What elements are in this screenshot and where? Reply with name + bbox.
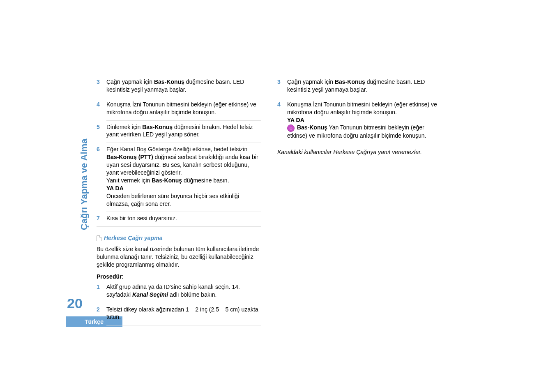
- step-number: 3: [97, 78, 102, 94]
- step-text: Konuşma İzni Tonunun bitmesini bekleyin …: [287, 101, 442, 140]
- proc-step-2: 2 Telsizi dikey olarak ağzınızdan 1 – 2 …: [97, 306, 261, 321]
- step-number: 4: [277, 101, 283, 140]
- smile-icon: ☺: [287, 125, 295, 132]
- step-text: Çağrı yapmak için Bas-Konuş düğmesine ba…: [106, 78, 261, 94]
- procedure-label: Prosedür:: [97, 273, 261, 281]
- separator: [287, 98, 442, 98]
- step-number: 1: [97, 283, 102, 299]
- step-text: Eğer Kanal Boş Gösterge özelliği etkinse…: [106, 145, 261, 208]
- step-text: Konuşma İzni Tonunun bitmesini bekleyin …: [106, 101, 261, 116]
- step-3: 3 Çağrı yapmak için Bas-Konuş düğmesine …: [97, 78, 261, 94]
- step-7: 7 Kısa bir ton sesi duyarsınız.: [97, 214, 261, 222]
- separator: [277, 144, 442, 144]
- step-number: 6: [97, 145, 102, 208]
- step-text: Kısa bir ton sesi duyarsınız.: [106, 214, 261, 222]
- bold: Bas-Konuş (PTT): [106, 154, 153, 160]
- step-number: 4: [97, 101, 102, 116]
- or-label: YA DA: [106, 185, 124, 191]
- bold: Bas-Konuş: [297, 124, 327, 131]
- step-number: 2: [97, 306, 102, 321]
- text: Çağrı yapmak için: [106, 78, 154, 85]
- bold: Bas-Konuş: [154, 78, 184, 85]
- content-columns: 3 Çağrı yapmak için Bas-Konuş düğmesine …: [97, 78, 458, 328]
- step-text: Dinlemek için Bas-Konuş düğmesini bırakı…: [106, 123, 261, 139]
- bold: Bas-Konuş: [335, 78, 365, 85]
- text: Dinlemek için: [106, 124, 142, 130]
- text: Çağrı yapmak için: [287, 78, 335, 85]
- left-column: 3 Çağrı yapmak için Bas-Konuş düğmesine …: [97, 78, 261, 328]
- separator: [106, 303, 261, 303]
- step-number: 3: [277, 78, 283, 94]
- separator: [106, 212, 261, 212]
- text: adlı bölüme bakın.: [168, 291, 216, 298]
- step-3-right: 3 Çağrı yapmak için Bas-Konuş düğmesine …: [277, 78, 442, 94]
- page-icon: [97, 235, 101, 241]
- ital-bold: Kanal Seçimi: [132, 291, 168, 298]
- step-text: Çağrı yapmak için Bas-Konuş düğmesine ba…: [287, 78, 442, 94]
- note-text: Kanaldaki kullanıcılar Herkese Çağrıya y…: [277, 148, 442, 156]
- step-5: 5 Dinlemek için Bas-Konuş düğmesini bıra…: [97, 123, 261, 139]
- step-text: Aktif grup adına ya da ID'sine sahip kan…: [106, 283, 261, 299]
- step-4: 4 Konuşma İzni Tonunun bitmesini bekleyi…: [97, 101, 261, 116]
- step-number: 7: [97, 214, 102, 222]
- step-4-right: 4 Konuşma İzni Tonunun bitmesini bekleyi…: [277, 101, 442, 140]
- separator: [106, 98, 261, 98]
- separator: [106, 325, 261, 325]
- step-number: 5: [97, 123, 102, 139]
- right-column: 3 Çağrı yapmak için Bas-Konuş düğmesine …: [277, 78, 442, 328]
- text: düğmesine basın.: [182, 177, 229, 184]
- subheading-desc: Bu özellik size kanal üzerinde bulunan t…: [97, 245, 261, 269]
- or-label: YA DA: [287, 117, 304, 123]
- separator: [106, 120, 261, 121]
- document-page: Çağrı Yapma ve Alma 20 Türkçe 3 Çağrı ya…: [0, 0, 555, 392]
- step-text: Telsizi dikey olarak ağzınızdan 1 – 2 in…: [106, 306, 261, 321]
- bold: Bas-Konuş: [152, 177, 182, 184]
- page-number: 20: [67, 294, 83, 313]
- separator: [97, 226, 261, 227]
- sidebar-section-title: Çağrı Yapma ve Alma: [78, 138, 90, 230]
- text: Yanıt vermek için: [106, 177, 152, 184]
- separator: [106, 143, 261, 143]
- proc-step-1: 1 Aktif grup adına ya da ID'sine sahip k…: [97, 283, 261, 299]
- subheading-all-call: Herkese Çağrı yapma: [97, 234, 261, 242]
- subheading-text: Herkese Çağrı yapma: [104, 234, 162, 242]
- text: Konuşma İzni Tonunun bitmesini bekleyin …: [287, 101, 437, 115]
- step-6: 6 Eğer Kanal Boş Gösterge özelliği etkin…: [97, 145, 261, 208]
- text: Önceden belirlenen süre boyunca hiçbir s…: [106, 193, 239, 207]
- text: Eğer Kanal Boş Gösterge özelliği etkinse…: [106, 146, 247, 152]
- bold: Bas-Konuş: [142, 124, 173, 130]
